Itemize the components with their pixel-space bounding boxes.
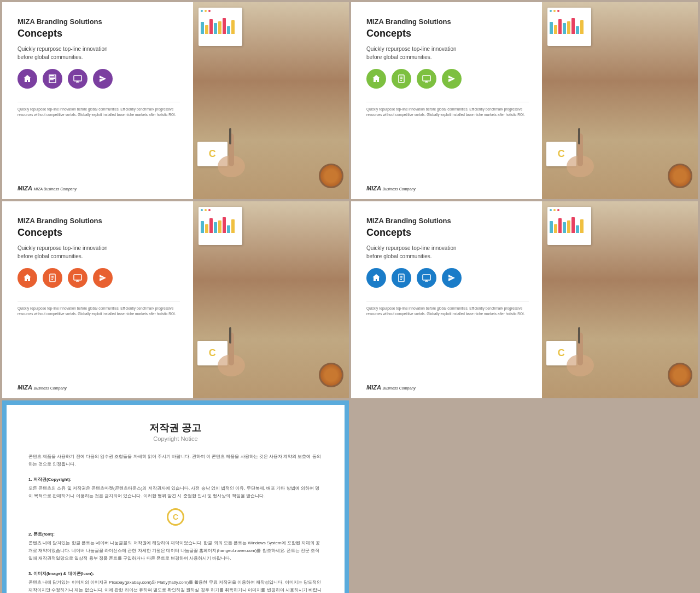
slide-1-footer: MIZA MIZA Business Company: [18, 185, 77, 191]
main-grid: MIZA Branding Solutions Concepts Quickly…: [0, 0, 700, 400]
chart-paper-3: [199, 207, 242, 245]
slide-2-brand: MIZA Branding Solutions: [366, 18, 529, 26]
slide-3-body: Quickly repurpose top-line innovation be…: [18, 306, 180, 317]
slide-3-desc: Quickly repurpose top-line innovationbef…: [18, 244, 180, 260]
slide-3-concept: Concepts: [18, 227, 180, 239]
svg-rect-20: [74, 275, 81, 280]
icon-monitor-4: [417, 268, 436, 288]
coffee-1: [319, 164, 343, 188]
icon-doc-2: [392, 69, 411, 89]
icon-send-4: [442, 268, 462, 288]
copyright-title-kr: 저작권 공고: [28, 421, 323, 434]
slide-2-desc: Quickly repurpose top-line innovationbef…: [366, 45, 529, 61]
icon-send: [93, 69, 113, 89]
copyright-s1-body: 모든 콘텐츠의 소유 및 저작권은 콘텐츠마켓(콘텐츠타운스)의 저작권자에 있…: [28, 485, 323, 501]
svg-rect-12: [423, 75, 430, 81]
icon-home: [18, 69, 37, 89]
icon-home-4: [366, 268, 386, 288]
slide-4-photo: C: [542, 201, 698, 398]
chart-paper-2: [547, 8, 591, 46]
slide-3-footer: MIZA Business Company: [18, 384, 67, 391]
coffee-4: [668, 363, 692, 387]
slide-4-body: Quickly repurpose top-line innovation be…: [366, 306, 529, 317]
slide-2-photo: C: [542, 2, 698, 199]
icon-monitor-3: [68, 268, 88, 288]
slide-4: MIZA Branding Solutions Concepts Quickly…: [351, 201, 698, 398]
slide-3-left: MIZA Branding Solutions Concepts Quickly…: [2, 201, 193, 398]
slide-3: MIZA Branding Solutions Concepts Quickly…: [2, 201, 349, 398]
coffee-3: [319, 363, 343, 387]
copyright-block-2: 2. 폰트(font): 콘텐츠 내에 담겨있는 한글 폰트는 네이버 나눔글꼴…: [28, 531, 323, 563]
slide-3-icons: [18, 268, 180, 288]
copyright-c-logo: C: [167, 508, 184, 526]
icon-send-3: [93, 268, 113, 288]
slide-4-brand: MIZA Branding Solutions: [366, 217, 529, 225]
slide-3-right: C: [193, 201, 349, 398]
copyright-s1-title: 1. 저작권(Copyright):: [28, 476, 323, 482]
slide-2: MIZA Branding Solutions Concepts Quickly…: [351, 2, 698, 199]
slide-1-desc: Quickly repurpose top-line innovationbef…: [18, 45, 180, 61]
slide-3-brand: MIZA Branding Solutions: [18, 217, 180, 225]
blank-section: [351, 400, 698, 593]
svg-rect-28: [423, 275, 430, 280]
slide-2-footer: MIZA Business Company: [366, 185, 416, 191]
slide-4-desc: Quickly repurpose top-line innovationbef…: [366, 244, 529, 260]
slide-4-icons: [366, 268, 529, 288]
slide-2-divider: [366, 102, 529, 102]
slide-4-footer: MIZA Business Company: [366, 384, 416, 391]
copyright-title-en: Copyright Notice: [28, 435, 323, 442]
slide-1-brand: MIZA Branding Solutions: [18, 18, 180, 26]
svg-rect-2: [50, 78, 55, 79]
chart-paper-1: [199, 8, 242, 46]
slide-4-concept: Concepts: [366, 227, 529, 239]
slide-1-icons: [18, 69, 180, 89]
copyright-block-3: 3. 이미지(Image) & 데이콘(Icon): 콘텐츠 내에 담겨있는 이…: [28, 571, 323, 593]
icon-monitor-2: [417, 69, 436, 89]
slide-4-divider: [366, 301, 529, 301]
icon-home-3: [18, 268, 37, 288]
slide-1: MIZA Branding Solutions Concepts Quickly…: [2, 2, 349, 199]
copyright-s3-title: 3. 이미지(Image) & 데이콘(Icon):: [28, 571, 323, 577]
slide-3-photo: C: [193, 201, 349, 398]
slide-1-photo: C: [193, 2, 349, 199]
slide-1-concept: Concepts: [18, 28, 180, 39]
svg-rect-3: [50, 79, 54, 80]
slide-1-right: C: [193, 2, 349, 199]
slide-2-concept: Concepts: [366, 28, 529, 39]
copyright-s2-title: 2. 폰트(font):: [28, 531, 323, 537]
coffee-2: [668, 164, 692, 188]
copyright-intro: 콘텐츠 제품을 사용하기 전에 다음의 임수권 조항들을 자세히 읽어 주시기 …: [28, 453, 323, 469]
chart-paper-4: [547, 207, 591, 245]
icon-document: [43, 69, 62, 89]
slide-2-right: C: [542, 2, 698, 199]
copyright-s2-body: 콘텐츠 내에 담겨있는 한글 폰트는 네이버 나눔글꼴의 저작권에 해당하여 재…: [28, 539, 323, 563]
svg-rect-4: [74, 75, 81, 81]
slide-2-body: Quickly repurpose top-line innovation be…: [366, 107, 529, 118]
icon-doc-4: [392, 268, 411, 288]
icon-monitor: [68, 69, 88, 89]
chart-bars-1: [201, 14, 240, 34]
icon-send-2: [442, 69, 462, 89]
slide-4-right: C: [542, 201, 698, 398]
svg-rect-1: [50, 77, 55, 78]
icon-home-2: [366, 69, 386, 89]
chart-legend-1: [201, 10, 240, 12]
icon-doc-3: [43, 268, 62, 288]
slide-2-icons: [366, 69, 529, 89]
slide-1-body: Quickly repurpose top-line innovation be…: [18, 107, 180, 118]
svg-rect-15: [578, 128, 580, 144]
slide-1-divider: [18, 102, 180, 102]
svg-rect-31: [578, 327, 580, 344]
svg-rect-7: [229, 128, 231, 144]
svg-rect-23: [229, 327, 231, 344]
copyright-s3-body: 콘텐츠 내에 담겨있는 이미지의 이미지권 Pixabay(pixabay.co…: [28, 579, 323, 593]
copyright-block-1: 1. 저작권(Copyright): 모든 콘텐츠의 소유 및 저작권은 콘텐츠…: [28, 476, 323, 501]
copyright-wrapper: 저작권 공고 Copyright Notice 콘텐츠 제품을 사용하기 전에 …: [2, 400, 349, 593]
slide-4-left: MIZA Branding Solutions Concepts Quickly…: [351, 201, 542, 398]
slide-1-left: MIZA Branding Solutions Concepts Quickly…: [2, 2, 193, 199]
slide-2-left: MIZA Branding Solutions Concepts Quickly…: [351, 2, 542, 199]
slide-3-divider: [18, 301, 180, 301]
copyright-panel: 저작권 공고 Copyright Notice 콘텐츠 제품을 사용하기 전에 …: [7, 405, 345, 593]
